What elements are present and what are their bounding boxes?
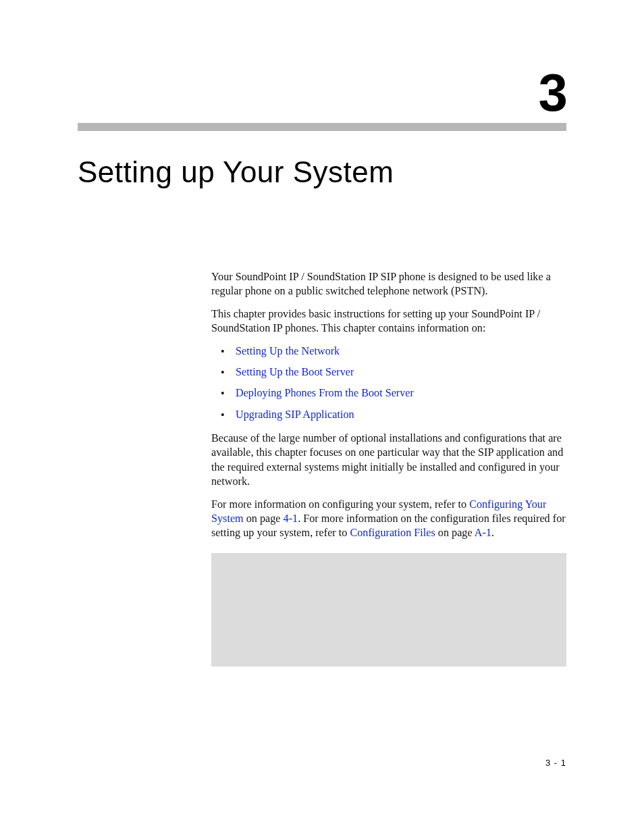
page-ref[interactable]: A-1 xyxy=(475,527,491,539)
list-item: Upgrading SIP Application xyxy=(221,408,566,422)
text-run: on page xyxy=(244,513,284,525)
list-item: Setting Up the Network xyxy=(221,344,566,359)
placeholder-box xyxy=(211,553,566,667)
chapter-number: 3 xyxy=(78,66,566,119)
paragraph: For more information on configuring your… xyxy=(211,498,566,541)
xref-link[interactable]: Deploying Phones From the Boot Server xyxy=(236,387,414,399)
page-number: 3 - 1 xyxy=(545,758,566,768)
body-column: Your SoundPoint IP / SoundStation IP SIP… xyxy=(211,270,566,667)
xref-link[interactable]: Setting Up the Boot Server xyxy=(236,366,354,378)
xref-link[interactable]: Setting Up the Network xyxy=(236,345,340,357)
paragraph: This chapter provides basic instructions… xyxy=(211,307,566,336)
text-run: . xyxy=(491,527,494,539)
text-run: For more information on configuring your… xyxy=(211,498,469,511)
divider-rule xyxy=(78,123,566,131)
paragraph: Because of the large number of optional … xyxy=(211,432,566,490)
xref-link[interactable]: Configuration Files xyxy=(350,527,435,539)
text-run: on page xyxy=(435,527,475,539)
bullet-list: Setting Up the Network Setting Up the Bo… xyxy=(221,344,566,423)
page-ref[interactable]: 4-1 xyxy=(284,513,298,525)
xref-link[interactable]: Upgrading SIP Application xyxy=(236,409,354,421)
chapter-title: Setting up Your System xyxy=(78,155,566,189)
page-container: 3 Setting up Your System Your SoundPoint… xyxy=(0,0,644,667)
list-item: Setting Up the Boot Server xyxy=(221,365,566,380)
paragraph: Your SoundPoint IP / SoundStation IP SIP… xyxy=(211,270,566,299)
list-item: Deploying Phones From the Boot Server xyxy=(221,386,566,400)
